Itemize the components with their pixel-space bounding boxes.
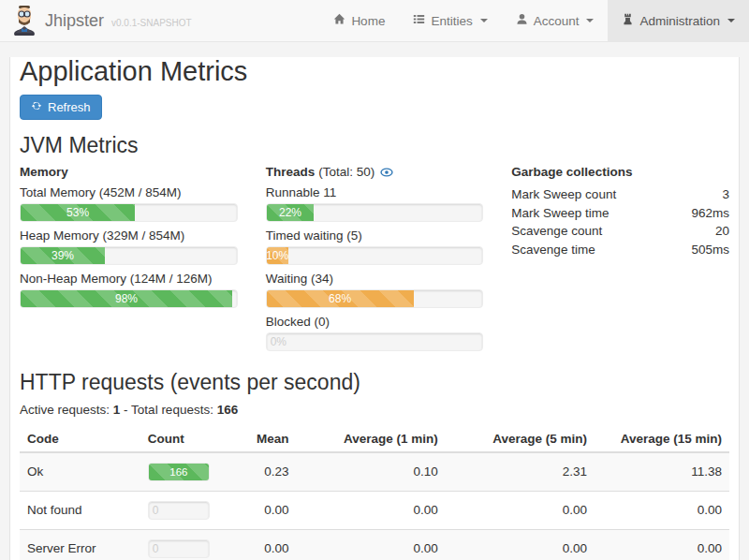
- threads-heading-label: Threads: [266, 165, 316, 179]
- memory-heading-label: Memory: [20, 165, 68, 179]
- progress-fill: 98%: [21, 290, 232, 307]
- progress-track: 68%: [266, 289, 484, 308]
- gc-value: 505ms: [691, 241, 729, 259]
- progress-track: 22%: [266, 203, 484, 222]
- refresh-icon: [31, 100, 42, 114]
- jvm-metrics-heading: JVM Metrics: [20, 133, 729, 157]
- count-cell: 0: [140, 529, 233, 560]
- chevron-down-icon: [727, 19, 735, 22]
- table-row: Server Error00.000.000.000.00: [20, 529, 729, 560]
- http-requests-heading: HTTP requests (events per second): [20, 370, 729, 394]
- progress-track: 53%: [20, 203, 238, 222]
- progress-percent-label: 10%: [266, 249, 288, 262]
- progress-percent-label: 22%: [279, 206, 301, 219]
- total-requests-value: 166: [217, 403, 239, 417]
- metric-label: Timed waiting (5): [266, 228, 484, 243]
- main-container: Application Metrics Refresh JVM Metrics …: [9, 57, 740, 560]
- active-requests-value: 1: [113, 403, 121, 417]
- gc-value: 3: [723, 185, 730, 204]
- count-cell: 166: [140, 452, 233, 492]
- progress-fill: 22%: [267, 204, 315, 221]
- summary-separator: -: [124, 403, 128, 417]
- progress-fill: 68%: [267, 290, 414, 307]
- threads-heading: Threads (Total: 50): [266, 165, 484, 179]
- mean-cell: 0.23: [232, 452, 296, 492]
- progress-track: 98%: [20, 289, 238, 308]
- refresh-label: Refresh: [48, 100, 91, 114]
- mean-cell: 0.00: [232, 491, 296, 529]
- progress-fill: 39%: [21, 247, 105, 264]
- code-cell: Not found: [20, 491, 140, 529]
- eye-icon[interactable]: [380, 166, 393, 179]
- gc-value: 20: [715, 222, 729, 241]
- memory-bars: Total Memory (452M / 854M)53%Heap Memory…: [20, 185, 238, 308]
- memory-column: Memory Total Memory (452M / 854M)53%Heap…: [20, 165, 238, 351]
- count-cell: 0: [140, 491, 233, 529]
- progress-percent-label: 98%: [115, 292, 138, 305]
- count-value: 0: [153, 504, 159, 517]
- nav-item-entities[interactable]: Entities: [399, 0, 501, 41]
- progress-percent-label: 0%: [271, 335, 286, 348]
- avg15-cell: 11.38: [595, 452, 729, 492]
- jvm-metrics-row: Memory Total Memory (452M / 854M)53%Heap…: [20, 165, 729, 351]
- table-row: Ok1660.230.102.3111.38: [20, 452, 729, 492]
- avg1-cell: 0.00: [297, 491, 446, 529]
- progress-track: 10%: [266, 246, 484, 265]
- avg5-cell: 0.00: [446, 491, 595, 529]
- page-title: Application Metrics: [20, 57, 729, 87]
- avg15-cell: 0.00: [595, 491, 729, 529]
- gc-label: Mark Sweep time: [511, 204, 609, 223]
- threads-total-label: (Total: 50): [318, 165, 374, 179]
- gc-row: Mark Sweep count3: [511, 185, 729, 204]
- metric: Heap Memory (329M / 854M)39%: [20, 228, 238, 265]
- count-bar-fill: 166: [149, 464, 209, 480]
- navbar: Jhipster v0.0.1-SNAPSHOT Home Entities A…: [0, 0, 749, 42]
- total-requests-label: Total requests:: [131, 403, 213, 417]
- progress-fill: 10%: [267, 247, 288, 264]
- metric-label: Heap Memory (329M / 854M): [20, 228, 238, 243]
- progress-percent-label: 39%: [51, 249, 74, 262]
- avg5-cell: 2.31: [446, 452, 595, 492]
- nav-item-label: Home: [351, 14, 385, 28]
- table-body: Ok1660.230.102.3111.38Not found00.000.00…: [20, 452, 729, 560]
- metric-label: Total Memory (452M / 854M): [20, 185, 238, 199]
- metric: Blocked (0)0%: [266, 315, 484, 351]
- nav-item-label: Account: [534, 14, 580, 28]
- gc-row: Scavenge count20: [511, 222, 729, 241]
- progress-track: 0%: [266, 332, 484, 351]
- navbar-brand[interactable]: Jhipster v0.0.1-SNAPSHOT: [0, 0, 203, 41]
- count-bar-track: 0: [148, 539, 210, 558]
- tower-icon: [622, 13, 634, 28]
- nav-item-account[interactable]: Account: [502, 0, 609, 41]
- count-value: 0: [153, 542, 159, 555]
- refresh-button[interactable]: Refresh: [20, 95, 102, 120]
- threads-column: Threads (Total: 50) Runnable 1122%Timed …: [266, 165, 484, 351]
- progress-track: 39%: [20, 246, 238, 265]
- metric: Runnable 1122%: [266, 185, 484, 222]
- column-header: Code: [20, 426, 140, 452]
- progress-percent-label: 68%: [329, 292, 351, 305]
- list-icon: [413, 13, 425, 28]
- avg15-cell: 0.00: [595, 529, 729, 560]
- gc-row: Mark Sweep time962ms: [511, 204, 729, 223]
- nav-item-administration[interactable]: Administration: [608, 0, 749, 41]
- metric: Waiting (34)68%: [266, 272, 484, 308]
- nav-item-home[interactable]: Home: [319, 0, 399, 41]
- chevron-down-icon: [480, 19, 488, 22]
- mean-cell: 0.00: [232, 529, 296, 560]
- nav-item-label: Entities: [431, 14, 472, 28]
- column-header: Count: [140, 426, 233, 452]
- gc-heading: Garbage collections: [511, 165, 729, 179]
- avg1-cell: 0.00: [297, 529, 446, 560]
- threads-bars: Runnable 1122%Timed waiting (5)10%Waitin…: [266, 185, 484, 351]
- column-header: Mean: [232, 426, 296, 452]
- avg1-cell: 0.10: [297, 452, 446, 492]
- code-cell: Server Error: [20, 529, 140, 560]
- metric: Timed waiting (5)10%: [266, 228, 484, 265]
- metric-label: Runnable 11: [266, 185, 484, 199]
- brand-version: v0.0.1-SNAPSHOT: [111, 14, 192, 28]
- avg5-cell: 0.00: [446, 529, 595, 560]
- gc-value: 962ms: [691, 204, 729, 223]
- table-header-row: CodeCountMeanAverage (1 min)Average (5 m…: [20, 426, 729, 452]
- gc-heading-label: Garbage collections: [511, 165, 632, 179]
